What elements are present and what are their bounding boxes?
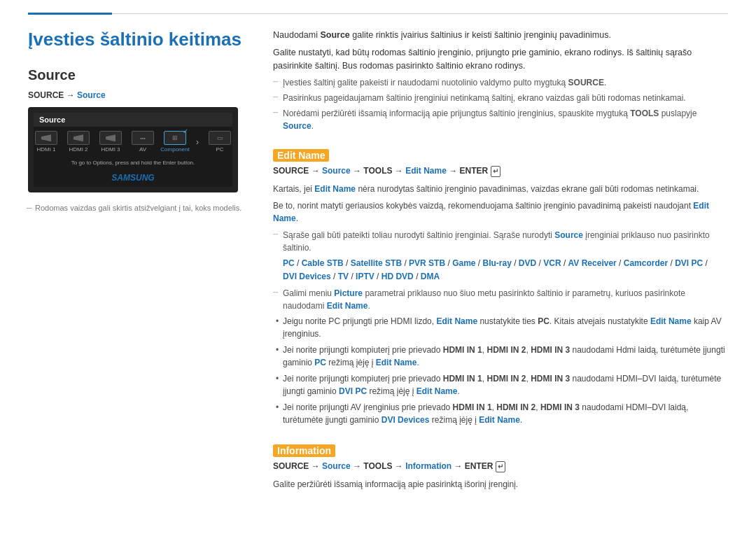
- device-bluray: Blu-ray: [483, 258, 512, 268]
- device-dma: DMA: [421, 272, 440, 281]
- edit-name-para2: Be to, norint matyti geriausios kokybės …: [273, 199, 728, 225]
- selected-checkmark: ✓: [183, 127, 188, 135]
- hdmi-bold-2c: HDMI IN 3: [531, 345, 570, 355]
- hdmi-bold-4b: HDMI IN 2: [496, 402, 536, 412]
- hdmi3-icon-box: [99, 131, 122, 145]
- device-pvrstb: PVR STB: [409, 258, 445, 268]
- top-line-gray: [112, 13, 728, 14]
- tv-icon-hdmi1: HDMI 1: [34, 131, 60, 153]
- av-icon-box: •••: [132, 131, 154, 145]
- page-title: Įvesties šaltinio keitimas: [28, 29, 252, 50]
- device-pc: PC: [283, 258, 295, 268]
- intro-para-1: Naudodami Source galite rinktis įvairius…: [273, 29, 728, 42]
- hdmi2-label: HDMI 2: [69, 146, 88, 153]
- information-highlight: Information: [273, 444, 335, 457]
- right-column: Naudodami Source galite rinktis įvairius…: [273, 29, 728, 495]
- source-link-device: Source: [554, 230, 583, 240]
- hdmi-bold-3b: HDMI IN 2: [486, 374, 526, 384]
- hdmi2-icon-box: [67, 131, 90, 145]
- edit-name-inline-2: Edit Name: [273, 201, 709, 223]
- source-link-nav: Source: [322, 166, 351, 176]
- device-vcr: VCR: [543, 258, 561, 268]
- enter-icon: ↵: [491, 166, 500, 177]
- hdmi1-label: HDMI 1: [36, 146, 55, 153]
- edit-name-para1: Kartais, jei Edit Name nėra nurodytas ša…: [273, 183, 728, 195]
- dvidevices-link-4: DVI Devices: [382, 415, 430, 425]
- tv-icon-pc: ▭ PC: [206, 131, 232, 153]
- tv-screen-inner: Source HDMI 1 HDMI 2: [34, 113, 232, 187]
- tv-icon-hdmi3: HDMI 3: [97, 131, 125, 153]
- edit-name-section: Edit Name SOURCE → Source → TOOLS → Edit…: [273, 141, 728, 426]
- edit-name-link-nav: Edit Name: [405, 166, 447, 176]
- edit-name-dot3: Edit Name: [416, 386, 458, 396]
- information-nav-path: SOURCE → Source → TOOLS → Information → …: [273, 461, 728, 472]
- information-section: Information SOURCE → Source → TOOLS → In…: [273, 436, 728, 491]
- device-cablestb: Cable STB: [302, 258, 344, 268]
- source-link-info-nav: Source: [322, 461, 351, 471]
- source-path-link: Source: [77, 90, 106, 100]
- source-section-title: Source: [28, 67, 252, 83]
- device-iptv: IPTV: [356, 272, 374, 281]
- hdmi-bold-4c: HDMI IN 3: [540, 402, 580, 412]
- source-link-1: Source: [283, 121, 312, 131]
- component-label: Component: [160, 146, 189, 153]
- main-content: Įvesties šaltinio keitimas Source SOURCE…: [0, 15, 756, 509]
- pc-icon-box: ▭: [209, 131, 231, 145]
- component-icon-box: ⊞ ✓: [164, 131, 186, 145]
- tv-screen-mockup: Source HDMI 1 HDMI 2: [28, 107, 238, 192]
- device-dvd: DVD: [519, 258, 536, 268]
- hdmi1-icon-box: [35, 131, 57, 145]
- pc-bold-1: PC: [538, 316, 550, 326]
- device-avreceiver: AV Receiver: [568, 258, 617, 268]
- left-column: Įvesties šaltinio keitimas Source SOURCE…: [28, 29, 252, 495]
- device-hddvd: HD DVD: [382, 272, 414, 281]
- samsung-logo: SAMSUNG: [111, 173, 154, 183]
- bullet-3: Norėdami peržiūrėti išsamią informaciją …: [273, 107, 728, 132]
- picture-link: Picture: [334, 288, 363, 298]
- device-tv: TV: [338, 272, 349, 281]
- pc-label: PC: [216, 146, 223, 153]
- page-container: Įvesties šaltinio keitimas Source SOURCE…: [0, 0, 756, 509]
- dvipc-link-3: DVI PC: [339, 386, 367, 396]
- bullet-2: Pasirinkus pageidaujamam šaltinio įrengi…: [273, 92, 728, 104]
- hdmi-bold-3: HDMI IN 1: [443, 374, 482, 384]
- edit-name-dot1: Edit Name: [436, 316, 477, 326]
- tv-icon-component: ⊞ ✓ Component: [161, 131, 189, 153]
- tv-icon-av: ••• AV: [129, 131, 157, 153]
- bullet-1: Įvesties šaltinį galite pakeisti ir naud…: [273, 76, 728, 89]
- source-bold-2: SOURCE: [568, 78, 604, 87]
- edit-name-inline-3: Edit Name: [327, 301, 368, 311]
- tv-hint-text: To go to Options, press and hold the Ent…: [34, 157, 232, 169]
- hdmi-bold-2: HDMI IN 1: [443, 345, 482, 355]
- tv-top-bar: Source: [34, 113, 232, 127]
- device-game: Game: [452, 258, 475, 268]
- hdmi3-label: HDMI 3: [101, 146, 120, 153]
- edit-name-dot2: Edit Name: [376, 358, 417, 367]
- source-bold-1: Source: [320, 30, 349, 40]
- device-dvipc: DVI PC: [675, 258, 703, 268]
- device-camcorder: Camcorder: [624, 258, 668, 268]
- intro-para-2: Galite nustatyti, kad būtų rodomas šalti…: [273, 46, 728, 73]
- dot-bullet-3: Jei norite prijungti kompiuterį prie pri…: [273, 372, 728, 398]
- source-path-text: SOURCE →: [28, 90, 77, 100]
- information-link-nav: Information: [405, 461, 451, 471]
- device-sattelitestb: Satellite STB: [351, 258, 402, 268]
- dot-bullet-2: Jei norite prijungti kompiuterį prie pri…: [273, 344, 728, 369]
- information-para: Galite peržiūrėti išsamią informaciją ap…: [273, 478, 728, 491]
- edit-name-nav-path: SOURCE → Source → TOOLS → Edit Name → EN…: [273, 166, 728, 177]
- device-dvidevices: DVI Devices: [283, 272, 331, 281]
- hdmi-bold-3c: HDMI IN 3: [531, 374, 570, 384]
- device-list-bullet: Sąraše gali būti pateikti toliau nurodyt…: [273, 229, 728, 254]
- tools-bold: TOOLS: [630, 108, 659, 118]
- samsung-logo-area: SAMSUNG: [34, 169, 232, 187]
- tv-icon-hdmi2: HDMI 2: [64, 131, 92, 153]
- tv-nav-arrow: ›: [193, 137, 202, 147]
- device-list: PC / Cable STB / Satellite STB / PVR STB…: [273, 257, 728, 283]
- pc-link-2: PC: [314, 358, 326, 367]
- enter-icon-info: ↵: [496, 461, 505, 472]
- hdmi-bold-2b: HDMI IN 2: [486, 345, 526, 355]
- footnote-text: Rodomas vaizdas gali skirtis atsižvelgia…: [28, 204, 252, 212]
- dot-bullet-4: Jei norite prijungti AV įrenginius prie …: [273, 401, 728, 426]
- dot-bullet-1: Jeigu norite PC prijungti prie HDMI lizd…: [273, 315, 728, 340]
- edit-name-dot1b: Edit Name: [650, 316, 692, 326]
